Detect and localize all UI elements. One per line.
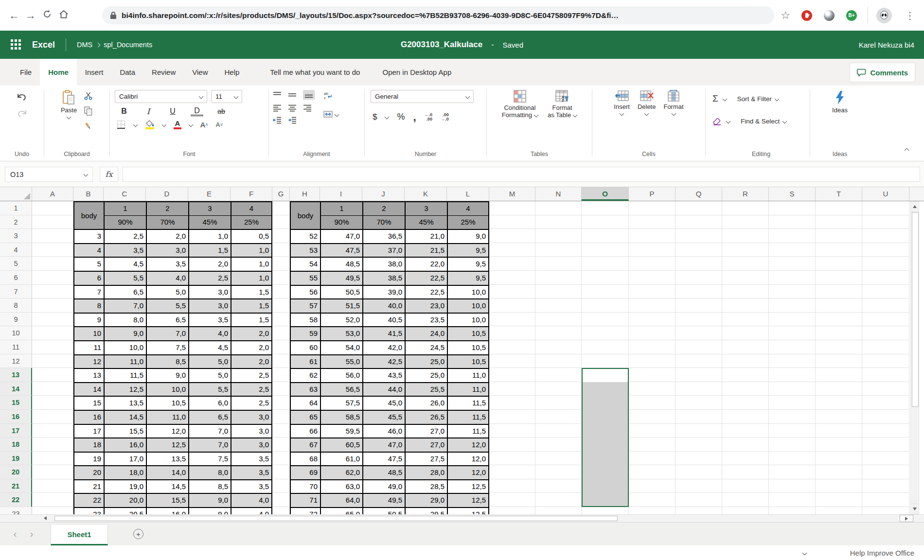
- table-cell-L15[interactable]: 11,5: [447, 396, 489, 410]
- number-format-select[interactable]: General: [371, 90, 474, 103]
- tell-me-box[interactable]: Tell me what you want to do: [270, 59, 360, 86]
- cell-Q19[interactable]: [675, 452, 722, 466]
- table-cell-D9[interactable]: 6,5: [146, 313, 188, 327]
- cell-O4[interactable]: [582, 243, 629, 257]
- table-cell-I17[interactable]: 59,5: [320, 424, 362, 438]
- cell-T15[interactable]: [816, 396, 862, 410]
- table-cell-K23[interactable]: 29,5: [405, 507, 447, 514]
- table-cell-E11[interactable]: 4,5: [188, 340, 231, 354]
- cell-G19[interactable]: [272, 452, 290, 466]
- cell-A12[interactable]: [32, 354, 73, 368]
- cell-M14[interactable]: [489, 382, 535, 396]
- table-cell-J19[interactable]: 47,5: [362, 452, 405, 466]
- table-cell-J23[interactable]: 50,5: [362, 507, 405, 514]
- column-header-F[interactable]: F: [231, 187, 272, 201]
- cell-S7[interactable]: [769, 285, 816, 299]
- cell-U20[interactable]: [862, 465, 909, 479]
- table-cell-I10[interactable]: 53,0: [320, 326, 362, 340]
- table-cell-L7[interactable]: 10,0: [447, 285, 489, 299]
- table-cell-L11[interactable]: 10,5: [447, 340, 489, 354]
- table-cell-L18[interactable]: 12,0: [447, 438, 489, 452]
- cell-Q7[interactable]: [675, 285, 722, 299]
- table-cell-B22[interactable]: 22: [73, 493, 104, 507]
- table-cell-J16[interactable]: 45,5: [362, 410, 405, 424]
- cell-P1[interactable]: [629, 201, 675, 215]
- browser-home-icon[interactable]: [55, 9, 72, 22]
- cell-P7[interactable]: [629, 285, 675, 299]
- decrease-indent-button[interactable]: [273, 116, 282, 124]
- column-header-T[interactable]: T: [816, 187, 862, 201]
- document-title[interactable]: G2003103_Kalkulace: [401, 40, 482, 50]
- cell-S16[interactable]: [769, 410, 816, 424]
- table-cell-I14[interactable]: 56,5: [320, 382, 362, 396]
- table-cell-E4[interactable]: 1,5: [188, 243, 231, 257]
- cell-T22[interactable]: [816, 493, 862, 507]
- cell-G22[interactable]: [272, 493, 290, 507]
- cell-G21[interactable]: [272, 479, 290, 493]
- delete-cells-button[interactable]: Delete: [638, 90, 656, 149]
- undo-button[interactable]: [16, 92, 28, 101]
- column-header-K[interactable]: K: [405, 187, 447, 201]
- cell-R17[interactable]: [722, 424, 769, 438]
- cell-Q6[interactable]: [675, 271, 722, 285]
- cell-A22[interactable]: [32, 493, 73, 507]
- cell-R13[interactable]: [722, 368, 769, 382]
- table-cell-I12[interactable]: 55,0: [320, 354, 362, 368]
- vertical-scrollbar[interactable]: [910, 201, 919, 514]
- cell-N23[interactable]: [535, 507, 582, 514]
- cell-P2[interactable]: [629, 215, 675, 229]
- cell-A21[interactable]: [32, 479, 73, 493]
- table-cell-B10[interactable]: 10: [73, 326, 104, 340]
- menu-tab-insert[interactable]: Insert: [77, 59, 112, 86]
- cell-R4[interactable]: [722, 243, 769, 257]
- cell-O1[interactable]: [582, 201, 629, 215]
- cell-T7[interactable]: [816, 285, 862, 299]
- cell-A2[interactable]: [32, 215, 73, 229]
- table-cell-E16[interactable]: 6,5: [188, 410, 231, 424]
- row-header-11[interactable]: 11: [0, 340, 32, 354]
- table-cell-J12[interactable]: 42,5: [362, 354, 405, 368]
- table-cell-D6[interactable]: 4,0: [146, 271, 188, 285]
- clear-button[interactable]: [712, 117, 722, 125]
- align-middle-button[interactable]: [288, 90, 297, 100]
- table-cell-L23[interactable]: 12,5: [447, 507, 489, 514]
- cell-R20[interactable]: [722, 465, 769, 479]
- table-cell-L2[interactable]: 25%: [447, 215, 489, 229]
- cell-U18[interactable]: [862, 438, 909, 452]
- cell-U10[interactable]: [862, 326, 909, 340]
- breadcrumb-library[interactable]: spl_Documents: [104, 41, 152, 49]
- cell-U8[interactable]: [862, 298, 909, 313]
- table-cell-L1[interactable]: 4: [447, 201, 489, 215]
- formula-input[interactable]: [123, 167, 920, 182]
- table-cell-L13[interactable]: 11,0: [447, 368, 489, 382]
- browser-menu-icon[interactable]: ⋮: [902, 10, 918, 21]
- table-cell-D22[interactable]: 15,5: [146, 493, 188, 507]
- cell-Q20[interactable]: [675, 465, 722, 479]
- table-cell-C8[interactable]: 7,0: [104, 298, 146, 313]
- table-cell-F20[interactable]: 3,5: [231, 465, 272, 479]
- scroll-left-icon[interactable]: [44, 516, 47, 520]
- table-cell-I7[interactable]: 50,5: [320, 285, 362, 299]
- cell-T14[interactable]: [816, 382, 862, 396]
- cell-U13[interactable]: [862, 368, 909, 382]
- cell-S14[interactable]: [769, 382, 816, 396]
- cell-P4[interactable]: [629, 243, 675, 257]
- table-cell-L12[interactable]: 10,5: [447, 354, 489, 368]
- menu-tab-file[interactable]: File: [12, 59, 40, 86]
- cell-M10[interactable]: [489, 326, 535, 340]
- table-cell-H21[interactable]: 70: [290, 479, 320, 493]
- cell-R12[interactable]: [722, 354, 769, 368]
- cell-Q12[interactable]: [675, 354, 722, 368]
- table-cell-H8[interactable]: 57: [290, 298, 320, 313]
- table-cell-B6[interactable]: 6: [73, 271, 104, 285]
- table-cell-I1[interactable]: 1: [320, 201, 362, 215]
- table-cell-K21[interactable]: 28,5: [405, 479, 447, 493]
- cell-R14[interactable]: [722, 382, 769, 396]
- table-cell-B8[interactable]: 8: [73, 298, 104, 313]
- address-bar[interactable]: bi4info.sharepoint.com/:x:/r/sites/produ…: [102, 6, 774, 24]
- column-header-P[interactable]: P: [629, 187, 675, 201]
- table-cell-K22[interactable]: 29,0: [405, 493, 447, 507]
- table-cell-H7[interactable]: 56: [290, 285, 320, 299]
- cell-P13[interactable]: [629, 368, 675, 382]
- cell-U23[interactable]: [862, 507, 909, 514]
